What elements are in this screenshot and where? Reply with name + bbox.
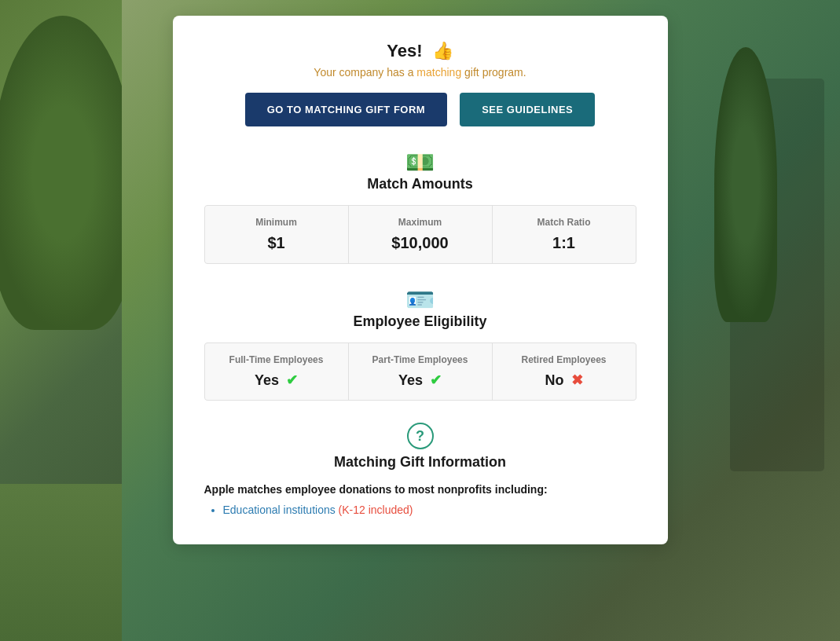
subtitle-after: gift program. — [461, 66, 526, 79]
employee-eligibility-section: 🪪 Employee Eligibility Full-Time Employe… — [204, 286, 636, 401]
see-guidelines-button[interactable]: SEE GUIDELINES — [460, 93, 595, 126]
ratio-label: Match Ratio — [508, 217, 620, 228]
info-list: Educational institutions (K-12 included) — [204, 504, 636, 516]
match-amounts-header: 💵 Match Amounts — [204, 148, 636, 192]
fulltime-check-icon: ✔ — [286, 372, 298, 388]
subtitle: Your company has a matching gift program… — [204, 66, 636, 79]
employee-eligibility-header: 🪪 Employee Eligibility — [204, 286, 636, 330]
matching-gift-form-button[interactable]: GO TO MATCHING GIFT FORM — [245, 93, 447, 126]
matching-gift-info-header: ? Matching Gift Information — [204, 423, 636, 471]
parttime-value: Yes ✔ — [365, 372, 476, 389]
parttime-check-icon: ✔ — [430, 372, 442, 388]
ratio-cell: Match Ratio 1:1 — [493, 206, 636, 263]
matching-gift-info-title: Matching Gift Information — [204, 454, 636, 471]
eligibility-grid: Full-Time Employees Yes ✔ Part-Time Empl… — [204, 342, 636, 401]
hero-section: Yes! 👍 Your company has a matching gift … — [204, 41, 636, 126]
minimum-label: Minimum — [221, 217, 332, 228]
fulltime-value: Yes ✔ — [221, 372, 332, 389]
parttime-text: Yes — [398, 372, 423, 388]
retired-cell: Retired Employees No ✖ — [493, 343, 636, 400]
match-amounts-title: Match Amounts — [204, 176, 636, 192]
minimum-value: $1 — [221, 234, 332, 252]
fulltime-text: Yes — [255, 372, 279, 388]
retired-label: Retired Employees — [508, 354, 620, 365]
fulltime-label: Full-Time Employees — [221, 354, 332, 365]
thumbs-up-icon: 👍 — [432, 41, 453, 60]
ratio-value: 1:1 — [508, 234, 620, 252]
list-item: Educational institutions (K-12 included) — [223, 504, 636, 516]
maximum-label: Maximum — [365, 217, 476, 228]
minimum-cell: Minimum $1 — [205, 206, 348, 263]
question-icon: ? — [407, 423, 434, 449]
main-card: Yes! 👍 Your company has a matching gift … — [173, 16, 668, 544]
amounts-grid: Minimum $1 Maximum $10,000 Match Ratio 1… — [204, 205, 636, 264]
list-item-text: Educational institutions — [223, 504, 339, 516]
parttime-label: Part-Time Employees — [365, 354, 476, 365]
maximum-cell: Maximum $10,000 — [349, 206, 492, 263]
money-icon: 💵 — [405, 148, 435, 176]
matching-gift-info-section: ? Matching Gift Information Apple matche… — [204, 423, 636, 516]
subtitle-before: Your company has a — [314, 66, 416, 79]
yes-text: Yes! — [387, 41, 422, 60]
retired-cross-icon: ✖ — [571, 372, 583, 388]
buttons-row: GO TO MATCHING GIFT FORM SEE GUIDELINES — [204, 93, 636, 126]
list-item-extra: (K-12 included) — [339, 504, 413, 516]
retired-value: No ✖ — [508, 372, 620, 389]
retired-text: No — [545, 372, 563, 388]
parttime-cell: Part-Time Employees Yes ✔ — [349, 343, 492, 400]
yes-title: Yes! 👍 — [204, 41, 636, 61]
info-description: Apple matches employee donations to most… — [204, 483, 636, 496]
subtitle-highlight: matching — [416, 66, 461, 79]
id-card-icon: 🪪 — [405, 286, 435, 313]
match-amounts-section: 💵 Match Amounts Minimum $1 Maximum $10,0… — [204, 148, 636, 264]
maximum-value: $10,000 — [365, 234, 476, 252]
fulltime-cell: Full-Time Employees Yes ✔ — [205, 343, 348, 400]
employee-eligibility-title: Employee Eligibility — [204, 313, 636, 330]
